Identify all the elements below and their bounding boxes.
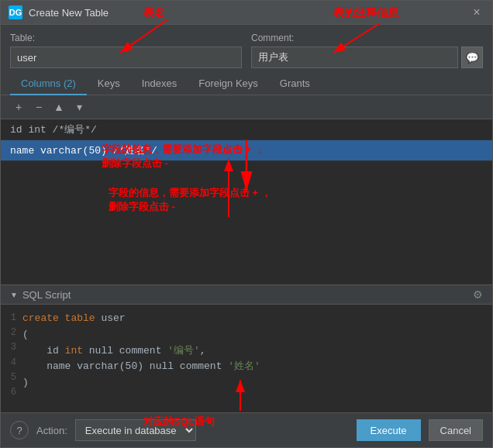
column-text: name varchar(50) /*姓名*/ (10, 143, 157, 157)
line-numbers: 123456 (10, 311, 22, 400)
add-column-button[interactable]: + (10, 98, 27, 115)
tab-indexes[interactable]: Indexes (131, 73, 188, 95)
form-row: Table: Comment: 💬 (1, 25, 492, 73)
table-name-group: Table: (10, 33, 242, 68)
remove-column-button[interactable]: − (30, 98, 47, 115)
tab-grants[interactable]: Grants (269, 73, 321, 95)
column-row[interactable]: name varchar(50) /*姓名*/ (1, 140, 492, 161)
close-button[interactable]: × (469, 5, 484, 19)
move-up-button[interactable]: ▲ (50, 98, 67, 115)
help-button[interactable]: ? (10, 421, 29, 439)
comment-expand-button[interactable]: 💬 (461, 47, 483, 68)
table-label: Table: (10, 33, 242, 43)
create-table-dialog: DG Create New Table × Table: Comment: 💬 … (0, 0, 493, 448)
app-icon: DG (9, 5, 22, 19)
main-content: id int /*编号*/ name varchar(50) /*姓名*/ (1, 119, 492, 284)
sql-editor: 123456 create table user ( id int null c… (1, 305, 492, 412)
sql-title: SQL Script (22, 289, 468, 301)
columns-list: id int /*编号*/ name varchar(50) /*姓名*/ (1, 119, 492, 284)
sql-toggle-button[interactable]: ▼ (10, 291, 18, 299)
sql-header: ▼ SQL Script ⚙ (1, 285, 492, 305)
execute-button[interactable]: Execute (357, 419, 421, 441)
expand-icon: 💬 (466, 52, 479, 64)
column-row[interactable]: id int /*编号*/ (1, 119, 492, 140)
cancel-button[interactable]: Cancel (429, 419, 483, 441)
tab-columns[interactable]: Columns (2) (10, 73, 87, 95)
column-text: id int /*编号*/ (10, 122, 97, 136)
dialog-title: Create New Table (29, 7, 463, 19)
comment-label: Comment: (251, 33, 483, 43)
comment-input[interactable] (251, 47, 458, 68)
sql-settings-icon[interactable]: ⚙ (473, 288, 483, 301)
sql-table-name: user (101, 312, 125, 324)
action-label: Action: (36, 425, 67, 436)
tabs-bar: Columns (2) Keys Indexes Foreign Keys Gr… (1, 73, 492, 95)
sql-line-area: 123456 create table user ( id int null c… (10, 311, 483, 400)
sql-kw: create table (22, 312, 95, 324)
footer: ? Action: Execute in database Create SQL… (1, 412, 492, 447)
tab-foreign-keys[interactable]: Foreign Keys (188, 73, 269, 95)
sql-paren-open: ( (22, 329, 29, 340)
column-toolbar: + − ▲ ▾ (1, 95, 492, 119)
comment-group: Comment: 💬 (251, 33, 483, 68)
sql-indent2: name varchar(50) null comment '姓名' (22, 360, 260, 372)
columns-overlay-container: id int /*编号*/ name varchar(50) /*姓名*/ (1, 119, 492, 284)
sql-indent1: id int null comment '编号', (22, 345, 206, 357)
sql-paren-close: ) (22, 377, 29, 388)
sql-section: ▼ SQL Script ⚙ 123456 create table user … (1, 284, 492, 412)
title-bar: DG Create New Table × (1, 1, 492, 25)
action-select[interactable]: Execute in database Create SQL Script Op… (75, 419, 196, 441)
sql-code-block: create table user ( id int null comment … (22, 311, 483, 400)
tab-keys[interactable]: Keys (87, 73, 131, 95)
comment-row: 💬 (251, 47, 483, 68)
move-down-button[interactable]: ▾ (71, 98, 88, 115)
table-name-input[interactable] (10, 47, 242, 68)
